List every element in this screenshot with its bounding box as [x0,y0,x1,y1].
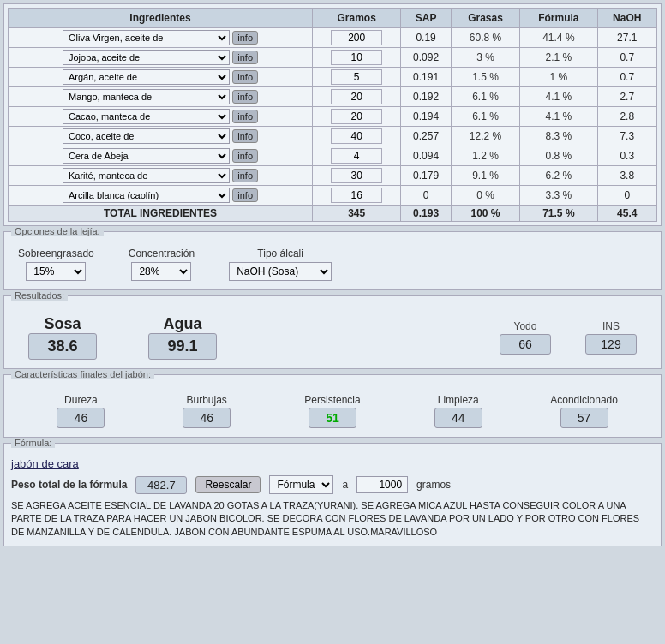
persistencia-item: Persistencia 51 [277,394,389,428]
grasas-cell-4: 6.1 % [451,107,519,127]
total-sap: 0.193 [401,206,451,222]
gramos-input-0[interactable] [331,30,382,45]
formula-cell-0: 41.4 % [520,28,597,48]
total-naoh: 45.4 [597,206,656,222]
table-row: Argán, aceite de info 0.191 1.5 % 1 % 0.… [9,68,657,87]
grasas-cell-0: 60.8 % [451,28,519,48]
grasas-cell-5: 12.2 % [451,127,519,146]
sobreengrasado-label: Sobreengrasado [18,247,94,259]
ingredient-select-2[interactable]: Argán, aceite de [63,69,230,85]
reescalar-button[interactable]: Reescalar [195,476,261,493]
gramos-input-3[interactable] [331,89,382,104]
naoh-cell-7: 3.8 [597,166,656,186]
formula-total-value: 482.7 [135,476,187,494]
concentracion-group: Concentración 28% [129,247,195,281]
total-gramos: 345 [313,206,401,222]
formula-cell-7: 6.2 % [520,166,597,186]
table-row: Cacao, manteca de info 0.194 6.1 % 4.1 %… [9,107,657,127]
gramos-input-4[interactable] [331,109,382,124]
persistencia-value: 51 [309,408,356,428]
sap-cell-5: 0.257 [401,127,451,146]
ingredient-select-8[interactable]: Arcilla blanca (caolín) [63,188,230,203]
caract-title: Características finales del jabón: [11,369,154,379]
burbujas-value: 46 [183,408,231,428]
naoh-cell-3: 2.7 [597,87,656,107]
gramos-input-7[interactable] [331,168,382,183]
dureza-label: Dureza [64,394,98,406]
formula-type-select[interactable]: Fórmula [269,475,333,494]
yodo-label: Yodo [514,320,537,332]
yodo-value: 66 [500,334,551,355]
info-button-7[interactable]: info [232,169,258,182]
info-button-5[interactable]: info [232,129,258,143]
sobreengrasado-select[interactable]: 15% [26,262,86,281]
formula-cell-3: 4.1 % [520,87,597,107]
sap-cell-1: 0.092 [401,48,451,68]
ingredient-select-6[interactable]: Cera de Abeja [63,148,230,164]
limpieza-item: Limpieza 44 [402,394,514,428]
gramos-input-5[interactable] [331,128,382,144]
table-row: Karité, manteca de info 0.179 9.1 % 6.2 … [9,166,657,186]
formula-a-label: a [342,479,348,491]
ins-label: INS [602,320,620,332]
dureza-item: Dureza 46 [25,394,137,428]
info-button-4[interactable]: info [232,110,258,123]
table-row: Jojoba, aceite de info 0.092 3 % 2.1 % 0… [9,48,657,68]
ins-result: INS 129 [585,320,637,355]
peso-total-label: Peso total de la fórmula [11,479,127,491]
col-header-formula: Fórmula [520,9,597,28]
formula-gramos-input[interactable] [356,476,408,493]
formula-cell-2: 1 % [520,68,597,87]
grasas-cell-1: 3 % [451,48,519,68]
formula-cell-1: 2.1 % [520,48,597,68]
ingredients-table: Ingredientes Gramos SAP Grasas Fórmula N… [8,8,657,222]
limpieza-label: Limpieza [438,394,479,406]
grasas-cell-6: 1.2 % [451,146,519,166]
grasas-cell-2: 1.5 % [451,68,519,87]
info-button-6[interactable]: info [232,149,258,163]
info-button-2[interactable]: info [232,70,258,84]
ingredient-select-3[interactable]: Mango, manteca de [63,89,230,104]
sap-cell-6: 0.094 [401,146,451,166]
info-button-0[interactable]: info [232,31,258,45]
gramos-input-8[interactable] [331,188,382,203]
naoh-cell-0: 27.1 [597,28,656,48]
ingredient-select-0[interactable]: Oliva Virgen, aceite de [63,30,230,45]
agua-value: 99.1 [148,333,217,360]
concentracion-label: Concentración [129,247,195,259]
sap-cell-0: 0.19 [401,28,451,48]
tipo-alcali-select[interactable]: NaOH (Sosa) [229,262,332,281]
info-button-1[interactable]: info [232,51,258,64]
formula-cell-5: 8.3 % [520,127,597,146]
acondicionado-label: Acondicionado [550,394,618,406]
naoh-cell-5: 7.3 [597,127,656,146]
gramos-input-2[interactable] [331,69,382,85]
grasas-cell-7: 9.1 % [451,166,519,186]
total-formula: 71.5 % [520,206,597,222]
burbujas-label: Burbujas [187,394,227,406]
info-button-8[interactable]: info [232,188,258,202]
resultados-title: Resultados: [11,290,68,301]
naoh-cell-8: 0 [597,186,656,206]
total-label: TOTAL INGREDIENTES [9,206,313,222]
table-row: Arcilla blanca (caolín) info 0 0 % 3.3 %… [9,186,657,206]
ingredient-select-1[interactable]: Jojoba, aceite de [63,50,230,65]
opciones-title: Opciones de la lejía: [11,226,104,236]
formula-gramos-label: gramos [416,479,451,491]
table-row: Cera de Abeja info 0.094 1.2 % 0.8 % 0.3 [9,146,657,166]
info-button-3[interactable]: info [232,90,258,104]
sosa-result: Sosa 38.6 [28,315,97,360]
naoh-cell-1: 0.7 [597,48,656,68]
agua-result: Agua 99.1 [148,315,217,360]
gramos-input-1[interactable] [331,50,382,65]
gramos-input-6[interactable] [331,148,382,164]
burbujas-item: Burbujas 46 [151,394,263,428]
sap-cell-7: 0.179 [401,166,451,186]
ingredient-select-5[interactable]: Coco, aceite de [63,128,230,144]
sosa-label: Sosa [44,315,81,333]
ingredient-select-7[interactable]: Karité, manteca de [63,168,230,183]
formula-cell-4: 4.1 % [520,107,597,127]
concentracion-select[interactable]: 28% [131,262,191,281]
ingredient-select-4[interactable]: Cacao, manteca de [63,109,230,124]
sap-cell-2: 0.191 [401,68,451,87]
